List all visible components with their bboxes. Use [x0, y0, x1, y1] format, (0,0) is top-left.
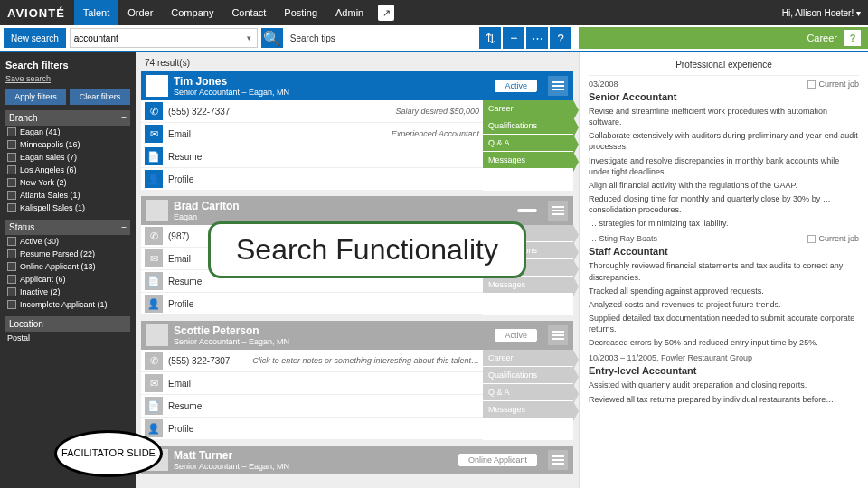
avatar-icon	[146, 324, 168, 346]
status-item[interactable]: Online Applicant (13)	[5, 260, 130, 273]
profile-icon: 👤	[145, 419, 163, 437]
user-greeting[interactable]: Hi, Allison Hoeter! ▾	[782, 8, 861, 18]
detail-help-icon[interactable]: ?	[844, 30, 861, 46]
talent-card[interactable]: Matt TurnerSenior Accountant – Eagan, MN…	[141, 446, 573, 474]
search-go-button[interactable]: 🔍	[261, 28, 283, 48]
tag-qa[interactable]: Q & A	[483, 135, 573, 152]
status-item[interactable]: Active (30)	[5, 235, 130, 248]
add-icon[interactable]: ＋	[503, 27, 524, 49]
status-badge: Online Applicant	[458, 454, 537, 466]
search-tips-link[interactable]: Search tips	[290, 33, 335, 43]
facilitator-badge: FACILITATOR SLIDE	[54, 430, 163, 477]
clear-filters-button[interactable]: Clear filters	[70, 89, 130, 105]
detail-tab-bar: Career ?	[579, 27, 868, 49]
branch-item[interactable]: Los Angeles (6)	[5, 164, 130, 176]
talent-card[interactable]: Tim JonesSenior Accountant – Eagan, MN A…	[141, 71, 573, 191]
nav-contact[interactable]: Contact	[222, 0, 275, 25]
card-menu-icon[interactable]	[548, 76, 568, 96]
job-title: Senior Accountant	[589, 91, 859, 102]
phone-icon: ✆	[145, 352, 163, 370]
new-search-button[interactable]: New search	[4, 28, 66, 48]
status-item[interactable]: Resume Parsed (22)	[5, 248, 130, 260]
status-badge: Active	[495, 80, 537, 92]
email-icon: ✉	[145, 249, 163, 267]
filter-sidebar: Search filters Save search Apply filters…	[0, 52, 136, 488]
search-dropdown-caret[interactable]: ▾	[241, 28, 258, 48]
search-input[interactable]	[70, 28, 241, 48]
talent-card[interactable]: Scottie PetersonSenior Accountant – Eaga…	[141, 321, 573, 440]
status-badge	[517, 209, 537, 212]
resume-icon: 📄	[145, 147, 163, 165]
profile-icon: 👤	[145, 170, 163, 188]
popout-icon[interactable]: ↗	[378, 5, 394, 21]
job-title: Entry-level Accountant	[589, 365, 859, 376]
branch-item[interactable]: Kalispell Sales (1)	[5, 202, 130, 214]
top-nav: AVIONTÉ Talent Order Company Contact Pos…	[0, 0, 868, 25]
branch-item[interactable]: Atlanta Sales (1)	[5, 189, 130, 202]
location-postal: Postal	[5, 332, 130, 344]
filter-group-location[interactable]: Location−	[5, 316, 130, 332]
slide-title-overlay: Search Functionality	[208, 221, 526, 278]
branch-item[interactable]: New York (2)	[5, 176, 130, 189]
branch-item[interactable]: Eagan (41)	[5, 126, 130, 138]
status-item[interactable]: Incomplete Applicant (1)	[5, 298, 130, 311]
more-icon[interactable]: ⋯	[526, 27, 548, 49]
card-menu-icon[interactable]	[548, 201, 568, 221]
job-title: Staff Accountant	[589, 246, 859, 257]
nav-company[interactable]: Company	[162, 0, 222, 25]
filter-group-status[interactable]: Status−	[5, 220, 130, 235]
profile-icon: 👤	[145, 295, 163, 313]
phone-icon: ✆	[145, 102, 163, 120]
help-icon[interactable]: ?	[550, 27, 571, 49]
filter-group-branch[interactable]: Branch−	[5, 110, 130, 126]
email-icon: ✉	[145, 125, 163, 143]
branch-item[interactable]: Eagan sales (7)	[5, 151, 130, 164]
branch-item[interactable]: Minneapolis (16)	[5, 138, 130, 151]
email-icon: ✉	[145, 374, 163, 392]
nav-admin[interactable]: Admin	[326, 0, 373, 25]
tag-career[interactable]: Career	[483, 100, 573, 117]
card-menu-icon[interactable]	[548, 325, 568, 345]
sort-icon[interactable]: ⇅	[479, 27, 501, 49]
apply-filters-button[interactable]: Apply filters	[5, 89, 66, 105]
results-count: 74 result(s)	[145, 58, 573, 68]
card-menu-icon[interactable]	[548, 450, 568, 470]
brand-logo: AVIONTÉ	[7, 6, 65, 20]
status-item[interactable]: Applicant (6)	[5, 273, 130, 286]
detail-pane: Professional experience 03/2008Current j…	[579, 52, 868, 488]
search-toolbar: New search ▾ 🔍 Search tips ⇅ ＋ ⋯ ? Caree…	[0, 25, 868, 52]
phone-icon: ✆	[145, 227, 163, 245]
status-badge: Active	[495, 329, 537, 342]
avatar-icon	[146, 75, 168, 97]
status-item[interactable]: Inactive (2)	[5, 286, 130, 298]
detail-tab-career[interactable]: Career	[807, 33, 837, 43]
resume-icon: 📄	[145, 272, 163, 290]
save-search-link[interactable]: Save search	[5, 74, 130, 83]
nav-order[interactable]: Order	[118, 0, 162, 25]
resume-icon: 📄	[145, 397, 163, 415]
tag-qual[interactable]: Qualifications	[483, 117, 573, 135]
avatar-icon	[146, 200, 168, 221]
tag-msg[interactable]: Messages	[483, 152, 573, 169]
sidebar-title: Search filters	[5, 60, 130, 70]
nav-talent[interactable]: Talent	[74, 0, 118, 25]
nav-posting[interactable]: Posting	[275, 0, 326, 25]
detail-header: Professional experience	[589, 58, 859, 76]
